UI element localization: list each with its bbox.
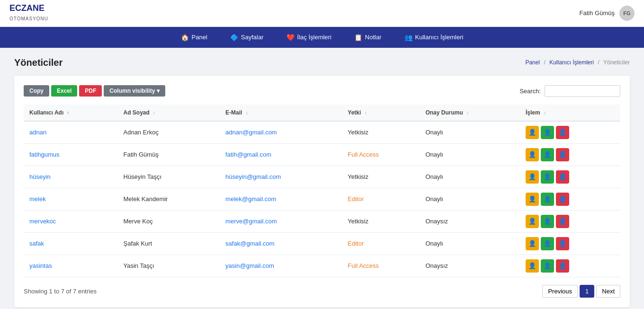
cell-email: hüseyin@gmail.com	[220, 166, 342, 188]
edit-button[interactable]: 👤	[541, 215, 554, 228]
search-input[interactable]	[545, 85, 620, 97]
nav-item-panel[interactable]: 🏠 Panel	[170, 27, 219, 48]
view-button[interactable]: 👤	[526, 170, 539, 184]
user-delete-icon: 👤	[559, 262, 566, 269]
view-button[interactable]: 👤	[526, 215, 539, 228]
search-label: Search:	[519, 88, 541, 95]
medicine-icon: ❤️	[286, 34, 295, 41]
logo: ECZANE OTOMASYONU	[9, 4, 48, 23]
delete-button[interactable]: 👤	[556, 126, 569, 139]
delete-button[interactable]: 👤	[556, 148, 569, 161]
cell-onay-durumu: Onaylı	[420, 143, 519, 166]
cell-email: adnan@gmail.com	[220, 121, 342, 144]
delete-button[interactable]: 👤	[556, 170, 569, 184]
cell-kullanici-adi: melek	[24, 188, 118, 210]
user-view-icon: 👤	[528, 151, 536, 158]
nav-item-notlar[interactable]: 📋 Notlar	[343, 27, 393, 48]
cell-ad-soyad: Merve Koç	[118, 210, 220, 232]
cell-yetki: Full Access	[342, 255, 420, 277]
nav-item-sayfalar[interactable]: 🔷 Sayfalar	[219, 27, 275, 48]
user-delete-icon: 👤	[559, 195, 566, 203]
user-edit-icon: 👤	[544, 129, 551, 136]
cell-onay-durumu: Onaylı	[420, 232, 519, 255]
cell-onay-durumu: Onaylı	[420, 166, 519, 188]
users-table: Kullanıcı Adı ↑ Ad Soyad ↕ E-Mail ↕ Yetk…	[24, 105, 620, 277]
cell-ad-soyad: Hüseyin Taşçı	[118, 166, 220, 188]
view-button[interactable]: 👤	[526, 148, 539, 161]
action-btns: 👤 👤 👤	[526, 193, 615, 206]
user-edit-icon: 👤	[544, 173, 551, 180]
user-delete-icon: 👤	[559, 129, 566, 136]
col-ad-soyad[interactable]: Ad Soyad ↕	[118, 105, 220, 121]
sort-icon: ↕	[466, 110, 469, 115]
cell-kullanici-adi: mervekoc	[24, 210, 118, 232]
excel-button[interactable]: Excel	[51, 85, 77, 97]
user-name: Fatih Gümüş	[580, 9, 615, 17]
column-visibility-button[interactable]: Column visibility ▾	[104, 85, 165, 97]
cell-islem: 👤 👤 👤	[520, 232, 620, 255]
main-nav: 🏠 Panel 🔷 Sayfalar ❤️ İlaç İşlemleri 📋 N…	[0, 27, 644, 48]
nav-item-kullanici[interactable]: 👥 Kullanıcı İşlemleri	[393, 27, 475, 48]
col-islem[interactable]: İşlem ↕	[520, 105, 620, 121]
col-kullanici-adi[interactable]: Kullanıcı Adı ↑	[24, 105, 118, 121]
next-page-button[interactable]: Next	[596, 285, 620, 298]
delete-button[interactable]: 👤	[556, 193, 569, 206]
header: ECZANE OTOMASYONU Fatih Gümüş FG	[0, 0, 644, 27]
cell-yetki: Editor	[342, 232, 420, 255]
user-delete-icon: 👤	[559, 151, 566, 158]
breadcrumb-kullanici[interactable]: Kullanıcı İşlemleri	[549, 59, 594, 66]
cell-kullanici-adi: adnan	[24, 121, 118, 144]
edit-button[interactable]: 👤	[541, 237, 554, 250]
cell-email: melek@gmail.com	[220, 188, 342, 210]
cell-onay-durumu: Onaysız	[420, 210, 519, 232]
action-btns: 👤 👤 👤	[526, 126, 615, 139]
cell-islem: 👤 👤 👤	[520, 143, 620, 166]
edit-button[interactable]: 👤	[541, 126, 554, 139]
cell-islem: 👤 👤 👤	[520, 166, 620, 188]
action-btns: 👤 👤 👤	[526, 170, 615, 184]
prev-page-button[interactable]: Previous	[542, 285, 578, 298]
user-area: Fatih Gümüş FG	[580, 6, 635, 21]
sort-icon: ↕	[153, 110, 155, 115]
pdf-button[interactable]: PDF	[79, 85, 102, 97]
col-email[interactable]: E-Mail ↕	[220, 105, 342, 121]
table-row: adnan Adnan Erkoç adnan@gmail.com Yetkis…	[24, 121, 620, 144]
pagination: Previous 1 Next	[542, 285, 620, 298]
cell-yetki: Yetkisiz	[342, 166, 420, 188]
view-button[interactable]: 👤	[526, 126, 539, 139]
delete-button[interactable]: 👤	[556, 259, 569, 273]
view-button[interactable]: 👤	[526, 193, 539, 206]
breadcrumb-current: Yöneticiler	[603, 59, 630, 66]
cell-islem: 👤 👤 👤	[520, 255, 620, 277]
col-yetki[interactable]: Yetki ↕	[342, 105, 420, 121]
view-button[interactable]: 👤	[526, 237, 539, 250]
user-view-icon: 👤	[528, 218, 536, 225]
nav-item-ilac[interactable]: ❤️ İlaç İşlemleri	[275, 27, 343, 48]
user-edit-icon: 👤	[544, 151, 551, 158]
edit-button[interactable]: 👤	[541, 170, 554, 184]
col-onay-durumu[interactable]: Onay Durumu ↕	[420, 105, 519, 121]
users-icon: 👥	[404, 34, 412, 41]
copy-button[interactable]: Copy	[24, 85, 49, 97]
table-row: yasintas Yasin Taşçı yasin@gmail.com Ful…	[24, 255, 620, 277]
cell-ad-soyad: Yasin Taşçı	[118, 255, 220, 277]
user-avatar[interactable]: FG	[619, 6, 635, 21]
delete-button[interactable]: 👤	[556, 237, 569, 250]
cell-yetki: Full Access	[342, 143, 420, 166]
breadcrumb-panel[interactable]: Panel	[525, 59, 540, 66]
edit-button[interactable]: 👤	[541, 148, 554, 161]
page-title: Yöneticiler	[14, 57, 63, 68]
table-header-row: Kullanıcı Adı ↑ Ad Soyad ↕ E-Mail ↕ Yetk…	[24, 105, 620, 121]
user-edit-icon: 👤	[544, 262, 551, 269]
action-btns: 👤 👤 👤	[526, 259, 615, 273]
edit-button[interactable]: 👤	[541, 259, 554, 273]
page-1-button[interactable]: 1	[580, 285, 594, 298]
cell-islem: 👤 👤 👤	[520, 121, 620, 144]
cell-islem: 👤 👤 👤	[520, 188, 620, 210]
sort-icon: ↕	[544, 110, 546, 115]
logo-title: ECZANE OTOMASYONU	[9, 4, 48, 23]
view-button[interactable]: 👤	[526, 259, 539, 273]
edit-button[interactable]: 👤	[541, 193, 554, 206]
delete-button[interactable]: 👤	[556, 215, 569, 228]
user-edit-icon: 👤	[544, 218, 551, 225]
